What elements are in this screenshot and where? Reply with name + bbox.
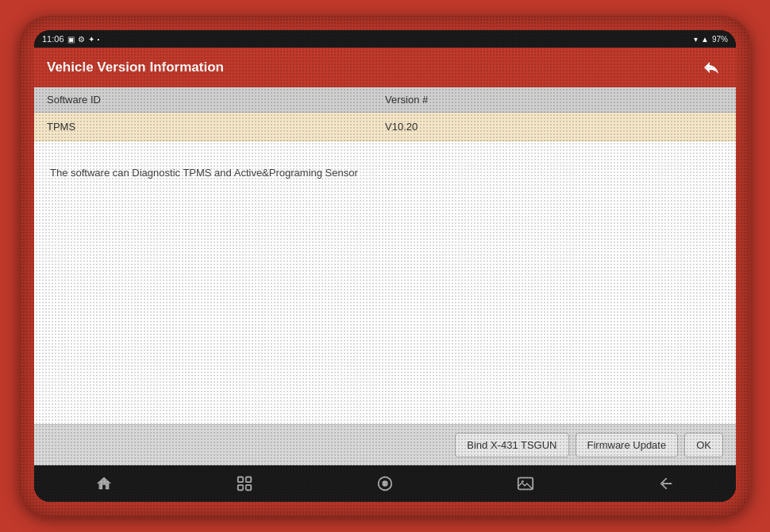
- screen: 11:06 ▣ ⚙ ✦ • ▾ ▲ 97% Vehicle Version In…: [34, 30, 736, 502]
- dot-indicator: •: [98, 36, 100, 43]
- bluetooth-icon: ✦: [88, 35, 94, 44]
- ok-button[interactable]: OK: [684, 433, 723, 457]
- svg-rect-0: [238, 477, 243, 482]
- battery-display: 97%: [712, 35, 728, 44]
- device-frame: 11:06 ▣ ⚙ ✦ • ▾ ▲ 97% Vehicle Version In…: [20, 16, 750, 516]
- status-left: 11:06 ▣ ⚙ ✦ •: [42, 34, 99, 44]
- app-header: Vehicle Version Information: [34, 48, 736, 87]
- status-bar: 11:06 ▣ ⚙ ✦ • ▾ ▲ 97%: [34, 30, 736, 48]
- column-software-id: Software ID: [47, 94, 385, 106]
- back-icon[interactable]: [650, 472, 682, 495]
- signal-icon: ▲: [701, 35, 709, 44]
- notification-icon: ▣: [67, 35, 75, 44]
- home-icon[interactable]: [88, 472, 120, 495]
- status-right: ▾ ▲ 97%: [694, 35, 728, 44]
- settings-icon: ⚙: [78, 35, 85, 44]
- cell-version: V10.20: [385, 121, 723, 133]
- svg-point-7: [522, 480, 524, 483]
- svg-rect-1: [246, 477, 251, 482]
- bind-tsgun-button[interactable]: Bind X-431 TSGUN: [455, 433, 568, 457]
- description-text: The software can Diagnostic TPMS and Act…: [50, 165, 720, 181]
- screen-content: Vehicle Version Information Software ID …: [34, 48, 736, 465]
- table-row: TPMS V10.20: [34, 113, 736, 141]
- cell-software-id: TPMS: [47, 121, 385, 133]
- column-version: Version #: [385, 94, 723, 106]
- nav-bar: [34, 465, 736, 502]
- description-area: The software can Diagnostic TPMS and Act…: [34, 141, 736, 424]
- page-title: Vehicle Version Information: [47, 60, 224, 75]
- svg-point-5: [382, 480, 387, 486]
- wifi-icon: ▾: [694, 35, 698, 44]
- svg-rect-3: [246, 485, 251, 490]
- firmware-update-button[interactable]: Firmware Update: [576, 433, 679, 457]
- time-display: 11:06: [42, 34, 64, 44]
- exit-button[interactable]: [699, 56, 723, 79]
- gallery-icon[interactable]: [510, 472, 541, 495]
- svg-rect-2: [238, 485, 243, 490]
- recent-apps-icon[interactable]: [229, 472, 260, 495]
- table-header: Software ID Version #: [34, 87, 736, 113]
- footer-bar: Bind X-431 TSGUN Firmware Update OK: [34, 424, 736, 465]
- screenshot-icon[interactable]: [369, 472, 401, 495]
